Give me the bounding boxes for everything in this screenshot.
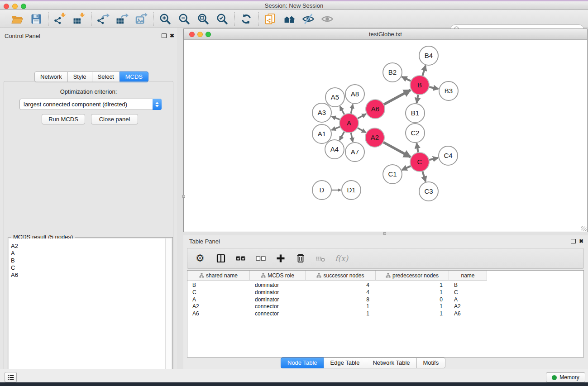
graph-node-C1[interactable]: C1 — [383, 165, 402, 184]
zoom-in-icon[interactable] — [159, 13, 172, 25]
optimization-criterion-value: largest connected component (directed) — [20, 101, 153, 108]
network-minimize-button[interactable] — [197, 32, 203, 37]
result-list-scrollbar[interactable] — [166, 238, 172, 386]
tab-edge-table[interactable]: Edge Table — [324, 357, 367, 368]
window-titlebar: Session: New Session — [0, 0, 588, 10]
graph-node-B3[interactable]: B3 — [439, 81, 458, 100]
tab-network-table[interactable]: Network Table — [366, 357, 416, 368]
window-resize-grip[interactable] — [581, 226, 587, 231]
status-bar: Memory — [0, 369, 588, 382]
graph-edge-A6-B[interactable] — [382, 90, 411, 105]
graph-node-C4[interactable]: C4 — [439, 146, 458, 165]
import-network-icon[interactable] — [54, 13, 67, 25]
list-item[interactable]: C — [11, 264, 165, 272]
control-panel-float-button[interactable] — [162, 33, 167, 38]
table-panel-close-button[interactable]: ✖ — [579, 238, 583, 244]
graph-node-A5[interactable]: A5 — [325, 88, 344, 107]
add-column-icon[interactable] — [275, 253, 286, 264]
list-item[interactable]: B — [11, 257, 165, 264]
close-panel-button[interactable]: Close panel — [91, 114, 138, 124]
graph-node-A8[interactable]: A8 — [345, 85, 364, 104]
table-row[interactable]: A2connector 11 A2 — [187, 303, 583, 310]
graph-node-C2[interactable]: C2 — [406, 124, 425, 143]
graph-node-B2[interactable]: B2 — [383, 63, 402, 82]
deselect-all-icon[interactable] — [255, 253, 266, 264]
table-row[interactable]: Cdominator 41 C — [187, 289, 583, 296]
network-zoom-button[interactable] — [206, 32, 211, 37]
mcds-result-list[interactable]: A2 A B C A6 — [9, 238, 166, 386]
import-table-icon[interactable] — [73, 13, 86, 25]
column-header-predecessor-nodes[interactable]: predecessor nodes — [376, 271, 449, 281]
control-panel: Control Panel ✖ Network Style Select MCD… — [0, 28, 177, 369]
graph-node-B4[interactable]: B4 — [419, 46, 438, 65]
list-item[interactable]: A2 — [11, 243, 165, 250]
splitter-handle[interactable] — [383, 232, 386, 235]
graph-node-A7[interactable]: A7 — [345, 143, 364, 162]
graph-node-A6[interactable]: A6 — [366, 100, 385, 119]
export-image-icon[interactable] — [135, 13, 148, 25]
zoom-selected-icon[interactable] — [216, 13, 229, 25]
run-mcds-button[interactable]: Run MCDS — [42, 114, 85, 124]
control-panel-close-button[interactable]: ✖ — [170, 33, 174, 38]
traffic-minimize-button[interactable] — [12, 4, 18, 9]
task-history-button[interactable] — [5, 372, 17, 382]
optimization-criterion-select[interactable]: largest connected component (directed) — [19, 99, 162, 110]
graph-node-C[interactable]: C — [410, 152, 429, 172]
houses-icon[interactable] — [283, 13, 296, 25]
graph-node-A4[interactable]: A4 — [325, 140, 344, 159]
network-canvas[interactable]: B4B2BB3A8A5A6A3B1AC2A1A2A4A7C4CC1DD1C3 — [184, 40, 587, 232]
graph-node-A1[interactable]: A1 — [312, 124, 331, 143]
svg-text:A1: A1 — [318, 130, 326, 138]
memory-button[interactable]: Memory — [546, 372, 585, 382]
gear-icon[interactable]: ⚙ — [196, 253, 206, 264]
zoom-fit-icon[interactable] — [197, 13, 210, 25]
traffic-zoom-button[interactable] — [21, 4, 26, 9]
export-network-icon[interactable] — [97, 13, 110, 25]
graph-node-D1[interactable]: D1 — [342, 181, 361, 200]
table-row[interactable]: Adominator 80 A — [187, 296, 583, 304]
select-all-icon[interactable] — [235, 253, 246, 264]
graph-node-B[interactable]: B — [410, 76, 429, 95]
splitter-handle[interactable] — [182, 195, 185, 198]
column-header-successor-nodes[interactable]: successor nodes — [306, 271, 376, 281]
graph-edge-A2-C[interactable] — [382, 141, 411, 157]
list-icon — [7, 373, 15, 381]
table-row[interactable]: A6connector 11 A6 — [187, 310, 583, 318]
svg-text:C: C — [417, 158, 422, 166]
mcds-result-groupbox: MCDS result (5 nodes) A2 A B C A6 — [8, 237, 173, 386]
svg-text:B1: B1 — [411, 109, 419, 117]
graph-node-D[interactable]: D — [312, 181, 331, 200]
zoom-out-icon[interactable] — [178, 13, 191, 25]
show-columns-icon[interactable] — [215, 253, 226, 264]
column-header-mcds-role[interactable]: MCDS role — [250, 271, 306, 281]
export-table-icon[interactable] — [116, 13, 129, 25]
graph-node-A3[interactable]: A3 — [312, 103, 331, 122]
graph-node-B1[interactable]: B1 — [406, 104, 425, 123]
svg-text:C3: C3 — [424, 187, 433, 195]
graph-node-C3[interactable]: C3 — [419, 182, 438, 201]
list-item[interactable]: A6 — [11, 272, 165, 279]
table-row[interactable]: Bdominator 41 B — [187, 282, 583, 289]
svg-text:A8: A8 — [351, 90, 359, 98]
delete-column-icon[interactable] — [295, 253, 306, 264]
table-panel-float-button[interactable] — [571, 239, 576, 243]
save-session-icon[interactable] — [30, 13, 43, 25]
hide-eye-icon[interactable] — [302, 13, 315, 25]
graph-node-A[interactable]: A — [339, 114, 359, 133]
document-network-icon[interactable] — [264, 13, 277, 25]
list-item[interactable]: A — [11, 250, 165, 257]
network-window-titlebar[interactable]: testGlobe.txt — [184, 29, 587, 40]
column-header-name[interactable]: name — [449, 271, 487, 281]
traffic-close-button[interactable] — [4, 4, 9, 9]
open-folder-icon[interactable] — [11, 13, 24, 25]
column-header-shared-name[interactable]: shared name — [187, 271, 250, 281]
tab-node-table[interactable]: Node Table — [281, 357, 324, 368]
svg-text:A2: A2 — [371, 133, 379, 141]
network-close-button[interactable] — [189, 32, 195, 37]
tab-motifs[interactable]: Motifs — [416, 357, 446, 368]
graph-node-A2[interactable]: A2 — [365, 128, 384, 147]
function-builder-button[interactable]: f(x) — [335, 254, 348, 263]
apply-layout-icon[interactable] — [240, 13, 253, 25]
delete-table-icon[interactable] — [315, 253, 326, 264]
eye-icon[interactable] — [321, 13, 334, 25]
